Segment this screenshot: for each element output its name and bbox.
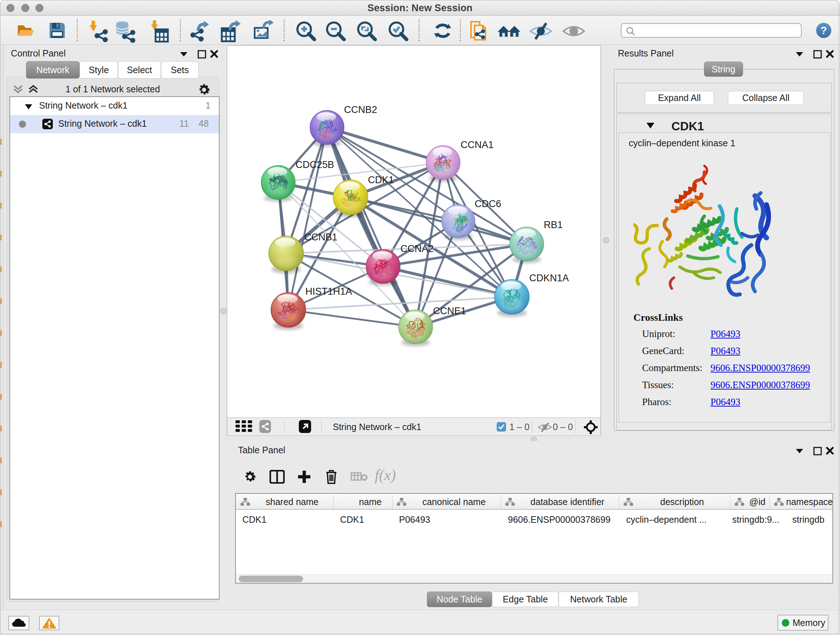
svg-text:CCNA1: CCNA1 bbox=[461, 139, 494, 150]
svg-text:CDKN1A: CDKN1A bbox=[529, 272, 569, 283]
svg-text:CCNE1: CCNE1 bbox=[433, 306, 466, 317]
svg-text:CDC6: CDC6 bbox=[475, 198, 501, 209]
svg-text:CDK1: CDK1 bbox=[368, 174, 394, 185]
svg-text:HIST1H1A: HIST1H1A bbox=[305, 286, 352, 297]
svg-text:CCNB2: CCNB2 bbox=[344, 104, 377, 115]
svg-text:CDC25B: CDC25B bbox=[295, 159, 334, 170]
svg-text:RB1: RB1 bbox=[544, 219, 563, 230]
svg-text:CCNB1: CCNB1 bbox=[304, 232, 338, 242]
svg-text:CCNA2: CCNA2 bbox=[401, 243, 434, 254]
